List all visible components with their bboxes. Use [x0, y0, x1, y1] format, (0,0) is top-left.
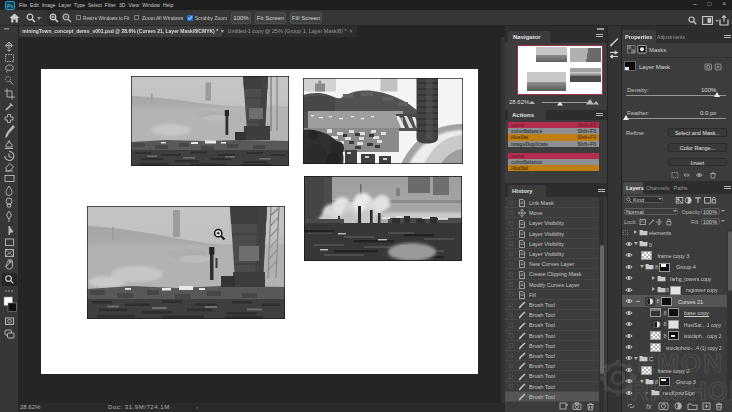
svg-text:EMON: EMON: [638, 348, 724, 378]
svg-text:RKSHOP: RKSHOP: [630, 376, 732, 406]
